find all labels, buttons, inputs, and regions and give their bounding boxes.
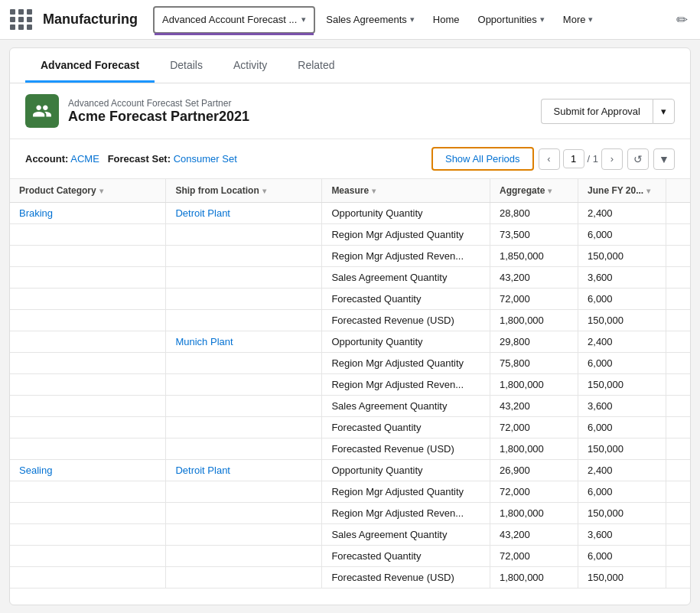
location-link[interactable]: Detroit Plant xyxy=(175,465,230,476)
cell-measure: Sales Agreement Quantity xyxy=(322,267,490,289)
cell-location xyxy=(166,224,322,246)
tab-activity[interactable]: Activity xyxy=(218,48,282,83)
nav-tab-active[interactable]: Advanced Account Forecast ... ▾ xyxy=(153,6,315,34)
cell-measure: Region Mgr Adjusted Reven... xyxy=(322,503,490,524)
cell-june: 6,000 xyxy=(578,289,666,310)
cell-location[interactable]: Detroit Plant xyxy=(166,460,322,481)
cell-aggregate: 72,000 xyxy=(490,289,578,310)
page-number: 1 xyxy=(563,149,584,168)
tab-advanced-forecast[interactable]: Advanced Forecast xyxy=(25,48,155,83)
col-sort-aggregate-icon[interactable]: ▾ xyxy=(548,187,552,195)
cell-location xyxy=(166,481,322,503)
cell-aggregate: 43,200 xyxy=(490,396,578,417)
cell-extra xyxy=(666,481,690,503)
cell-june: 2,400 xyxy=(578,331,666,353)
next-page-button[interactable]: › xyxy=(601,148,623,170)
nav-more[interactable]: More ▾ xyxy=(555,6,601,34)
cell-extra xyxy=(666,439,690,460)
cell-category xyxy=(10,224,166,246)
cell-location xyxy=(166,267,322,289)
cell-extra xyxy=(666,460,690,481)
col-sort-category-icon[interactable]: ▾ xyxy=(99,187,103,195)
cell-category xyxy=(10,546,166,567)
edit-icon[interactable]: ✏ xyxy=(673,8,691,31)
cell-aggregate: 43,200 xyxy=(490,524,578,546)
cell-aggregate: 1,800,000 xyxy=(490,310,578,331)
record-header: Advanced Account Forecast Set Partner Ac… xyxy=(10,83,690,139)
cell-category[interactable]: Braking xyxy=(10,203,166,224)
cell-location[interactable]: Detroit Plant xyxy=(166,203,322,224)
cell-measure: Forecasted Revenue (USD) xyxy=(322,567,490,589)
table-row: Region Mgr Adjusted Reven...1,850,000150… xyxy=(10,246,690,267)
cell-measure: Region Mgr Adjusted Reven... xyxy=(322,246,490,267)
col-sort-measure-icon[interactable]: ▾ xyxy=(372,187,376,195)
forecast-set-label: Forecast Set: xyxy=(108,153,171,165)
nav-opportunities[interactable]: Opportunities ▾ xyxy=(470,6,552,34)
cell-extra xyxy=(666,267,690,289)
cell-june: 150,000 xyxy=(578,246,666,267)
cell-category[interactable]: Sealing xyxy=(10,460,166,481)
tabs-bar: Advanced Forecast Details Activity Relat… xyxy=(10,48,690,83)
cell-aggregate: 1,800,000 xyxy=(490,374,578,396)
location-link[interactable]: Detroit Plant xyxy=(175,207,230,219)
col-sort-june-icon[interactable]: ▾ xyxy=(646,187,650,195)
cell-extra xyxy=(666,374,690,396)
cell-extra xyxy=(666,396,690,417)
cell-location xyxy=(166,503,322,524)
cell-category xyxy=(10,353,166,374)
cell-location[interactable]: Munich Plant xyxy=(166,331,322,353)
record-info: Advanced Account Forecast Set Partner Ac… xyxy=(68,98,249,125)
show-all-periods-button[interactable]: Show All Periods xyxy=(431,147,534,171)
cell-june: 150,000 xyxy=(578,567,666,589)
nav-sales-agreements-chevron-icon: ▾ xyxy=(410,15,415,24)
cell-location xyxy=(166,417,322,439)
nav-more-label: More xyxy=(563,14,586,25)
cell-category xyxy=(10,246,166,267)
cell-measure: Forecasted Quantity xyxy=(322,417,490,439)
submit-dropdown-button[interactable]: ▾ xyxy=(653,99,675,124)
cell-extra xyxy=(666,567,690,589)
table-row: Region Mgr Adjusted Quantity75,8006,000 xyxy=(10,353,690,374)
table-container: Product Category ▾ Ship from Location ▾ xyxy=(10,179,690,605)
cell-extra xyxy=(666,224,690,246)
refresh-button[interactable]: ↺ xyxy=(627,148,649,170)
cell-extra xyxy=(666,546,690,567)
cell-measure: Sales Agreement Quantity xyxy=(322,396,490,417)
account-value[interactable]: ACME xyxy=(70,153,99,165)
table-row: Sales Agreement Quantity43,2003,600 xyxy=(10,524,690,546)
col-sort-location-icon[interactable]: ▾ xyxy=(262,187,266,195)
record-icon xyxy=(25,94,59,128)
col-header-extra xyxy=(666,179,690,203)
cell-aggregate: 72,000 xyxy=(490,417,578,439)
submit-for-approval-button[interactable]: Submit for Approval xyxy=(541,99,653,124)
category-link[interactable]: Sealing xyxy=(19,465,52,476)
record-subtitle: Advanced Account Forecast Set Partner xyxy=(68,98,249,109)
previous-page-button[interactable]: ‹ xyxy=(539,148,560,170)
tab-details[interactable]: Details xyxy=(155,48,218,83)
filter-button[interactable]: ▼ xyxy=(653,148,675,170)
nav-home[interactable]: Home xyxy=(425,6,467,34)
cell-aggregate: 1,850,000 xyxy=(490,246,578,267)
cell-category xyxy=(10,503,166,524)
cell-category xyxy=(10,481,166,503)
cell-category xyxy=(10,267,166,289)
category-link[interactable]: Braking xyxy=(19,207,53,219)
cell-aggregate: 26,900 xyxy=(490,460,578,481)
cell-category xyxy=(10,331,166,353)
cell-location xyxy=(166,396,322,417)
cell-extra xyxy=(666,524,690,546)
nav-sales-agreements[interactable]: Sales Agreements ▾ xyxy=(318,6,422,34)
table-row: Forecasted Quantity72,0006,000 xyxy=(10,546,690,567)
col-header-ship-from-location: Ship from Location ▾ xyxy=(166,179,322,203)
account-label: Account: xyxy=(25,153,68,165)
cell-june: 6,000 xyxy=(578,481,666,503)
cell-extra xyxy=(666,289,690,310)
apps-icon[interactable] xyxy=(9,8,34,32)
location-link[interactable]: Munich Plant xyxy=(175,336,233,347)
cell-aggregate: 29,800 xyxy=(490,331,578,353)
tab-related[interactable]: Related xyxy=(282,48,350,83)
cell-location xyxy=(166,310,322,331)
cell-extra xyxy=(666,417,690,439)
table-row: Forecasted Revenue (USD)1,800,000150,000 xyxy=(10,439,690,460)
table-row: Region Mgr Adjusted Quantity72,0006,000 xyxy=(10,481,690,503)
